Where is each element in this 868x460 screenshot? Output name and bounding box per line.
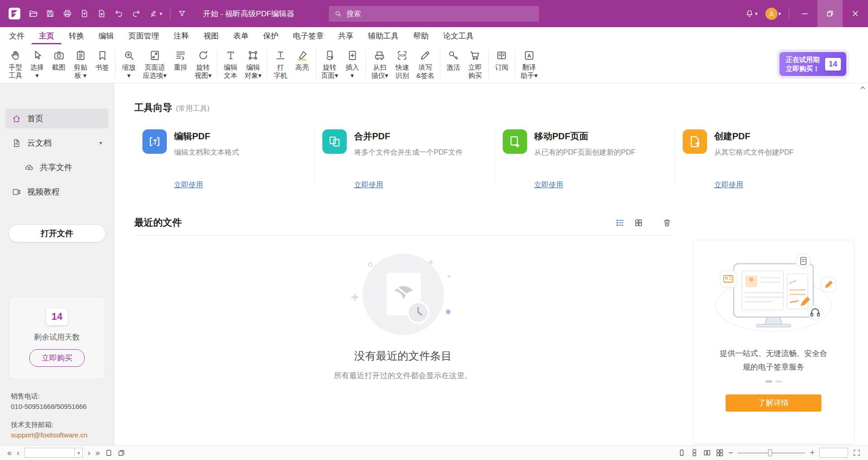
minimize-button[interactable] — [792, 0, 817, 27]
menu-accessibility[interactable]: 辅助工具 — [361, 27, 406, 44]
scrollbar-up-arrow[interactable] — [860, 85, 866, 91]
subscribe-button[interactable]: 订阅 — [491, 45, 513, 83]
use-now-link[interactable]: 立即使用 — [174, 180, 203, 190]
tool-card-create-pdf[interactable]: 创建PDF 从其它格式文件创建PDF 立即使用 — [675, 124, 854, 195]
fit-page-options-button[interactable]: 页面适 应选项▾ — [140, 45, 170, 83]
card-desc: 从已有的PDF页面创建新的PDF — [534, 148, 666, 157]
prev-page-button[interactable]: ‹ — [17, 449, 19, 457]
zoom-in-button[interactable]: + — [810, 449, 815, 457]
first-page-button[interactable]: « — [7, 449, 12, 457]
carousel-dot-active[interactable] — [765, 380, 772, 383]
fill-sign-button[interactable]: 填写 &签名 — [413, 45, 438, 83]
menu-help[interactable]: 帮助 — [406, 27, 436, 44]
export-pdf-button[interactable] — [76, 5, 93, 23]
account-button[interactable]: ▾ — [760, 5, 786, 23]
single-page-view-icon[interactable] — [678, 449, 686, 457]
typewriter-button[interactable]: 打 字机 — [270, 45, 292, 83]
next-page-button[interactable]: › — [88, 449, 90, 457]
menu-view[interactable]: 视图 — [196, 27, 226, 44]
tool-card-move-pdf-pages[interactable]: 移动PDF页面 从已有的PDF页面创建新的PDF 立即使用 — [495, 124, 675, 195]
bookmark-button[interactable]: 书签 — [91, 45, 113, 83]
menu-comment[interactable]: 注释 — [166, 27, 196, 44]
menubar: 文件 主页 转换 编辑 页面管理 注释 视图 表单 保护 电子签章 共享 辅助工… — [0, 27, 868, 44]
sidebar-item-shared-files[interactable]: 共享文件 — [5, 157, 108, 177]
reflow-button[interactable]: 重排 — [170, 45, 192, 83]
tool-card-merge-pdf[interactable]: 合并PDF 将多个文件合并生成一个PDF文件 立即使用 — [314, 124, 494, 195]
zoom-slider-thumb[interactable] — [768, 449, 772, 456]
sidebar-item-home[interactable]: 首页 — [5, 109, 108, 128]
avatar — [765, 8, 778, 20]
from-scanner-button[interactable]: 从扫 描仪▾ — [368, 45, 392, 83]
clipboard-button[interactable]: 剪贴 板 ▾ — [70, 45, 91, 83]
chevron-down-icon[interactable]: ▾ — [99, 140, 102, 146]
save-button[interactable] — [42, 5, 59, 23]
funnel-button[interactable] — [173, 5, 190, 23]
zoom-slider[interactable] — [737, 452, 805, 454]
carousel-dot[interactable] — [775, 380, 782, 383]
use-now-link[interactable]: 立即使用 — [714, 180, 743, 190]
single-page-copy-icon[interactable] — [105, 449, 113, 457]
menu-protect[interactable]: 保护 — [256, 27, 286, 44]
search-box[interactable] — [329, 6, 539, 22]
use-now-link[interactable]: 立即使用 — [534, 180, 563, 190]
menu-edit[interactable]: 编辑 — [91, 27, 121, 44]
page-dropdown-button[interactable]: ▾ — [75, 448, 82, 457]
search-input[interactable] — [347, 10, 534, 18]
menu-page-management[interactable]: 页面管理 — [121, 27, 166, 44]
open-file-pill-button[interactable]: 打开文件 — [9, 224, 106, 242]
menu-esign[interactable]: 电子签章 — [286, 27, 331, 44]
rotate-view-button[interactable]: 旋转 视图▾ — [192, 45, 215, 83]
menu-form[interactable]: 表单 — [226, 27, 256, 44]
sidebar-item-cloud-docs[interactable]: 云文档 ▾ — [5, 133, 108, 153]
tool-card-edit-pdf[interactable]: 编辑PDF 编辑文档和文本格式 立即使用 — [134, 124, 314, 195]
select-tool-button[interactable]: 选择 ▾ — [26, 45, 48, 83]
continuous-facing-view-icon[interactable] — [716, 449, 724, 457]
esign-button[interactable]: ▾ — [145, 5, 167, 23]
print-button[interactable] — [59, 5, 76, 23]
open-file-button[interactable] — [24, 5, 42, 23]
menu-convert[interactable]: 转换 — [61, 27, 91, 44]
zoom-out-button[interactable]: − — [728, 449, 733, 457]
highlight-button[interactable]: 高亮 — [292, 45, 313, 83]
zoom-percent-input[interactable] — [819, 448, 848, 458]
buy-now-pill-button[interactable]: 立即购买 — [29, 349, 85, 367]
insert-pages-button[interactable]: 插入 ▾ — [341, 45, 363, 83]
close-button[interactable] — [843, 0, 868, 27]
page-number-input[interactable] — [25, 448, 75, 457]
learn-more-button[interactable]: 了解详情 — [726, 394, 821, 412]
notifications-button[interactable]: ▾ — [743, 5, 760, 23]
menu-paper-tools[interactable]: 论文工具 — [436, 27, 481, 44]
trash-icon[interactable] — [662, 218, 672, 228]
undo-button[interactable] — [110, 5, 127, 23]
continuous-view-icon[interactable] — [690, 449, 698, 457]
create-pdf-button[interactable] — [93, 5, 110, 23]
multi-page-copy-icon[interactable] — [118, 449, 125, 457]
translate-assistant-button[interactable]: A 翻译 助手▾ — [518, 45, 541, 83]
rotate-pages-button[interactable]: 旋转 页面▾ — [318, 45, 342, 83]
ribbon-divider — [115, 50, 116, 78]
ocr-button[interactable]: OCR 快速 识别 — [392, 45, 413, 83]
redo-button[interactable] — [127, 5, 145, 23]
last-page-button[interactable]: » — [95, 449, 100, 457]
list-view-icon[interactable] — [615, 218, 625, 228]
support-email-address[interactable]: support@foxitsoftware.cn — [11, 430, 114, 440]
trial-buy-badge[interactable]: 正在试用期 立即购买！ 14 — [779, 52, 846, 76]
fullscreen-icon[interactable] — [853, 449, 861, 457]
snapshot-button[interactable]: 截图 — [48, 45, 70, 83]
edit-text-button[interactable]: 编辑 文本 — [220, 45, 241, 83]
sidebar-item-video-tutorials[interactable]: 视频教程 — [5, 182, 108, 202]
page-number-box: ▾ — [24, 448, 83, 458]
use-now-link[interactable]: 立即使用 — [354, 180, 383, 190]
zoom-button[interactable]: 缩放 ▾ — [118, 45, 140, 83]
menu-home[interactable]: 主页 — [32, 27, 61, 44]
menu-file[interactable]: 文件 — [2, 27, 32, 44]
hand-tool-button[interactable]: 手型 工具 — [5, 45, 26, 83]
facing-view-icon[interactable] — [703, 449, 711, 457]
menu-share[interactable]: 共享 — [331, 27, 361, 44]
ribbon-divider — [440, 50, 440, 78]
edit-object-button[interactable]: 编辑 对象▾ — [241, 45, 265, 83]
restore-button[interactable] — [817, 0, 843, 27]
activate-button[interactable]: 激活 — [443, 45, 464, 83]
grid-view-icon[interactable] — [634, 218, 643, 228]
buy-now-button[interactable]: 立即 购买 — [464, 45, 486, 83]
